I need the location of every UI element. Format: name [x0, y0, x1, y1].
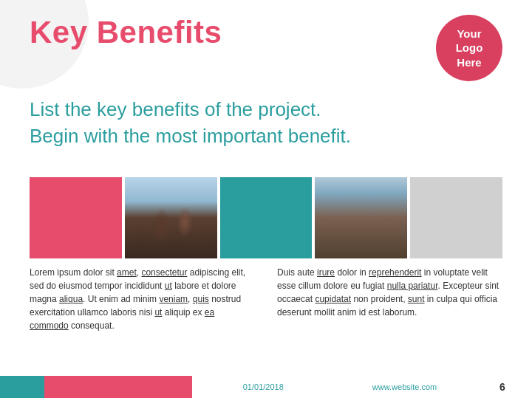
- header: Key Benefits YourLogoHere: [30, 15, 502, 81]
- body-column-right: Duis aute irure dolor in reprehenderit i…: [277, 266, 502, 332]
- footer: 01/01/2018 www.website.com 6: [0, 376, 532, 398]
- body-left-text: Lorem ipsum dolor sit amet, consectetur …: [30, 266, 255, 332]
- image-block-4: [315, 177, 407, 258]
- image-block-1: [30, 177, 122, 258]
- logo-text: YourLogoHere: [456, 27, 483, 70]
- subtitle-area: List the key benefits of the project. Be…: [30, 96, 502, 150]
- footer-right-spacer: [517, 376, 532, 398]
- slide: Key Benefits YourLogoHere List the key b…: [0, 0, 532, 398]
- slide-title: Key Benefits: [30, 15, 222, 50]
- image-block-5: [410, 177, 502, 258]
- image-strip: [30, 177, 502, 258]
- body-text-area: Lorem ipsum dolor sit amet, consectetur …: [30, 266, 502, 332]
- image-block-3: [220, 177, 313, 258]
- footer-bar-teal: [0, 376, 44, 398]
- body-right-text: Duis aute irure dolor in reprehenderit i…: [277, 266, 502, 319]
- subtitle-line-2: Begin with the most important benefit.: [30, 123, 502, 149]
- footer-date: 01/01/2018: [243, 382, 284, 391]
- subtitle: List the key benefits of the project. Be…: [30, 96, 502, 150]
- footer-website: www.website.com: [372, 382, 437, 391]
- footer-bar-red: [44, 376, 192, 398]
- logo-placeholder: YourLogoHere: [436, 15, 502, 81]
- footer-page-number: 6: [488, 376, 517, 398]
- footer-center: 01/01/2018 www.website.com: [192, 382, 488, 391]
- body-column-left: Lorem ipsum dolor sit amet, consectetur …: [30, 266, 255, 332]
- subtitle-line-1: List the key benefits of the project.: [30, 96, 502, 123]
- image-block-2: [125, 177, 217, 258]
